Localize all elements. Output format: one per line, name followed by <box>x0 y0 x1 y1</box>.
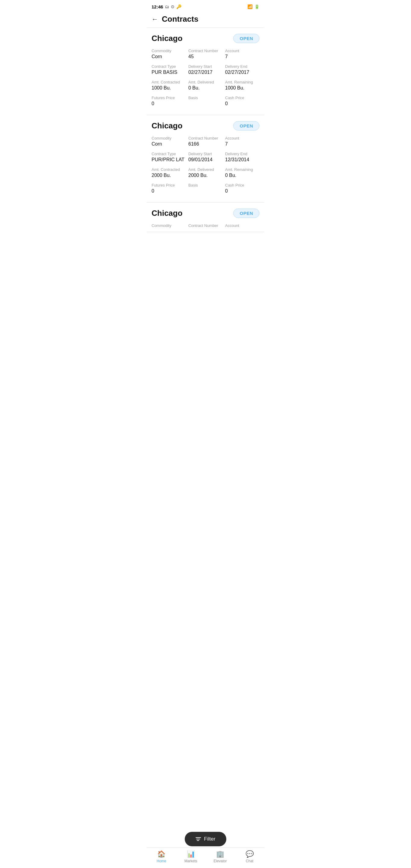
contract-card-2: Chicago OPEN Commodity Corn Contract Num… <box>147 115 264 203</box>
field-amt-contracted-1: Amt. Contracted 1000 Bu. <box>152 80 186 91</box>
card-header-2: Chicago OPEN <box>152 121 259 130</box>
contract-card-1: Chicago OPEN Commodity Corn Contract Num… <box>147 28 264 115</box>
card-header-3: Chicago OPEN <box>152 209 259 218</box>
avenza-icon: ⊙ <box>171 4 175 9</box>
status-badge-3: OPEN <box>233 209 259 218</box>
location-name-2: Chicago <box>152 121 183 130</box>
field-contract-number-2: Contract Number 6166 <box>188 136 223 147</box>
field-futures-price-1: Futures Price 0 <box>152 96 186 107</box>
field-amt-delivered-2: Amt. Delivered 2000 Bu. <box>188 167 223 178</box>
status-badge-2: OPEN <box>233 121 259 130</box>
field-amt-remaining-2: Amt. Remaining 0 Bu. <box>225 167 259 178</box>
field-commodity-label-3: Commodity <box>152 223 186 229</box>
field-delivery-start-2: Delivery Start 09/01/2014 <box>188 152 223 162</box>
status-time: 12:46 <box>152 4 163 9</box>
field-contract-type-2: Contract Type PUR/PRIC LAT <box>152 152 186 162</box>
wifi-icon: 📶 <box>247 4 253 9</box>
field-amt-delivered-1: Amt. Delivered 0 Bu. <box>188 80 223 91</box>
field-futures-price-2: Futures Price 0 <box>152 183 186 195</box>
status-badge-1: OPEN <box>233 34 259 43</box>
page-title: Contracts <box>162 14 198 24</box>
page-header: ← Contracts <box>147 12 264 28</box>
card-header-1: Chicago OPEN <box>152 34 259 43</box>
location-name-3: Chicago <box>152 209 183 218</box>
sim-icon: 🗂 <box>165 4 169 9</box>
field-delivery-end-2: Delivery End 12/31/2014 <box>225 152 259 162</box>
field-commodity-1: Commodity Corn <box>152 49 186 59</box>
field-basis-1: Basis <box>188 96 223 107</box>
field-contract-type-1: Contract Type PUR BASIS <box>152 64 186 75</box>
back-button[interactable]: ← <box>152 16 158 23</box>
field-account-label-3: Account <box>225 223 259 229</box>
contracts-list: Chicago OPEN Commodity Corn Contract Num… <box>147 28 264 256</box>
field-commodity-2: Commodity Corn <box>152 136 186 147</box>
fields-grid-3: Commodity Contract Number Account <box>152 223 259 229</box>
field-basis-2: Basis <box>188 183 223 195</box>
location-name-1: Chicago <box>152 34 183 43</box>
field-account-1: Account 7 <box>225 49 259 59</box>
field-contract-number-label-3: Contract Number <box>188 223 223 229</box>
field-delivery-start-1: Delivery Start 02/27/2017 <box>188 64 223 75</box>
field-contract-number-1: Contract Number 45 <box>188 49 223 59</box>
field-amt-contracted-2: Amt. Contracted 2000 Bu. <box>152 167 186 178</box>
fields-grid-1: Commodity Corn Contract Number 45 Accoun… <box>152 49 259 107</box>
field-cash-price-2: Cash Price 0 <box>225 183 259 195</box>
battery-icon: 🔋 <box>254 4 259 9</box>
field-delivery-end-1: Delivery End 02/27/2017 <box>225 64 259 75</box>
field-amt-remaining-1: Amt. Remaining 1000 Bu. <box>225 80 259 91</box>
key-icon: 🔑 <box>176 4 181 9</box>
field-account-2: Account 7 <box>225 136 259 147</box>
field-cash-price-1: Cash Price 0 <box>225 96 259 107</box>
fields-grid-2: Commodity Corn Contract Number 6166 Acco… <box>152 136 259 195</box>
status-bar: 12:46 🗂 ⊙ 🔑 📶 🔋 <box>147 0 264 12</box>
contract-card-3: Chicago OPEN Commodity Contract Number A… <box>147 203 264 232</box>
